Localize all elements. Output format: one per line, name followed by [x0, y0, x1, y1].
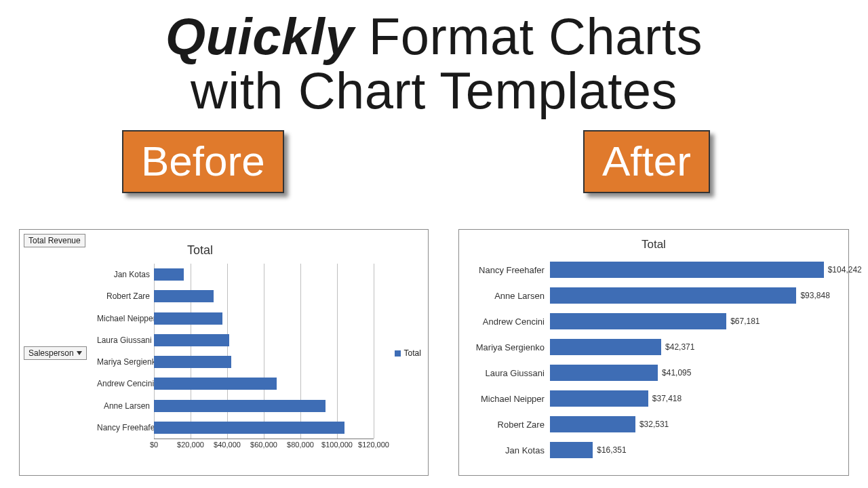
- data-label: $104,242: [828, 265, 862, 274]
- before-chart-legend: Total: [395, 348, 421, 358]
- before-x-axis: $0$20,000$40,000$60,000$80,000$100,000$1…: [154, 439, 374, 451]
- data-label: $67,181: [730, 317, 760, 326]
- x-tick-label: $60,000: [250, 441, 277, 449]
- after-chart-title: Total: [459, 230, 848, 251]
- x-tick-label: $20,000: [177, 441, 204, 449]
- bar-wrap: $93,848: [550, 287, 839, 304]
- gridline: [300, 264, 301, 439]
- bar: [550, 262, 824, 278]
- chart-row: Mariya Sergienko$42,371: [469, 334, 839, 360]
- bar: [154, 356, 231, 368]
- headline: Quickly Format Charts with Chart Templat…: [0, 0, 868, 118]
- bar: [154, 268, 184, 281]
- bar: [154, 422, 344, 434]
- bar: [154, 334, 229, 346]
- chart-row: Jan Kotas$16,351: [469, 437, 839, 463]
- y-tick-label: Anne Larsen: [97, 401, 150, 411]
- labels-row: Before After: [0, 130, 868, 211]
- category-label: Mariya Sergienko: [469, 342, 550, 352]
- bar-wrap: $41,095: [550, 365, 839, 381]
- bar-wrap: $16,351: [550, 442, 839, 458]
- category-label: Nancy Freehafer: [469, 265, 550, 275]
- gridline: [227, 264, 228, 439]
- category-label: Laura Giussani: [469, 368, 550, 378]
- bar: [550, 416, 635, 432]
- bar-wrap: $32,531: [550, 416, 839, 432]
- gridline: [337, 264, 338, 439]
- y-tick-label: Mariya Sergienko: [97, 357, 150, 367]
- x-tick-label: $40,000: [214, 441, 241, 449]
- chart-row: Andrew Cencini$67,181: [469, 308, 839, 334]
- data-label: $41,095: [662, 368, 691, 378]
- chart-row: Nancy Freehafer$104,242: [469, 257, 839, 283]
- headline-emph: Quickly: [165, 7, 354, 65]
- bar: [550, 365, 658, 381]
- bar: [550, 442, 593, 458]
- category-label: Jan Kotas: [469, 445, 550, 455]
- bar: [154, 378, 277, 390]
- category-label: Andrew Cencini: [469, 317, 550, 327]
- bar: [550, 287, 797, 304]
- badge-after: After: [583, 130, 710, 193]
- gridline: [264, 264, 264, 439]
- data-label: $32,531: [639, 420, 669, 429]
- chart-row: Michael Neipper$37,418: [469, 386, 839, 411]
- y-tick-label: Michael Neipper: [97, 314, 150, 323]
- data-label: $16,351: [597, 445, 626, 455]
- headline-rest-1: Format Charts: [354, 7, 703, 65]
- bar: [154, 290, 214, 302]
- bar-wrap: $67,181: [550, 313, 839, 329]
- headline-line-1: Quickly Format Charts: [0, 9, 868, 64]
- before-chart-panel: Total Revenue Salesperson Total Total Ja…: [19, 229, 429, 476]
- headline-line-2: with Chart Templates: [0, 64, 868, 118]
- y-tick-label: Jan Kotas: [97, 270, 150, 279]
- category-label: Robert Zare: [469, 420, 550, 430]
- before-chart-title: Total: [20, 243, 380, 258]
- x-tick-label: $0: [150, 441, 158, 449]
- after-chart-plot: Nancy Freehafer$104,242Anne Larsen$93,84…: [469, 257, 839, 466]
- bar-wrap: $104,242: [550, 262, 839, 278]
- x-tick-label: $100,000: [321, 441, 353, 449]
- y-tick-label: Nancy Freehafer: [97, 423, 150, 432]
- charts-row: Total Revenue Salesperson Total Total Ja…: [0, 229, 868, 476]
- after-chart-panel: Total Nancy Freehafer$104,242Anne Larsen…: [458, 229, 849, 476]
- before-y-axis-labels: Jan KotasRobert ZareMichael NeipperLaura…: [100, 264, 153, 439]
- before-chart-plot: Jan KotasRobert ZareMichael NeipperLaura…: [100, 264, 374, 451]
- bar: [550, 339, 661, 355]
- badge-before: Before: [122, 130, 284, 193]
- legend-label: Total: [404, 348, 421, 358]
- bar: [154, 400, 326, 412]
- bar: [550, 313, 726, 329]
- chart-row: Robert Zare$32,531: [469, 411, 839, 437]
- y-tick-label: Andrew Cencini: [97, 379, 150, 388]
- chart-row: Anne Larsen$93,848: [469, 283, 839, 308]
- x-tick-label: $80,000: [287, 441, 314, 449]
- chevron-down-icon: [77, 351, 82, 355]
- bar-wrap: $37,418: [550, 390, 839, 407]
- y-tick-label: Laura Giussani: [97, 336, 150, 345]
- bar: [550, 390, 648, 407]
- category-label: Anne Larsen: [469, 291, 550, 301]
- data-label: $37,418: [652, 394, 682, 403]
- bar-wrap: $42,371: [550, 339, 839, 355]
- gridline: [374, 264, 374, 439]
- bar: [154, 312, 222, 325]
- category-label: Michael Neipper: [469, 394, 550, 404]
- data-label: $93,848: [800, 291, 829, 300]
- pivot-field-label: Salesperson: [28, 348, 74, 358]
- pivot-field-salesperson[interactable]: Salesperson: [24, 346, 87, 360]
- legend-swatch-icon: [395, 350, 401, 357]
- data-label: $42,371: [665, 342, 694, 352]
- chart-row: Laura Giussani$41,095: [469, 360, 839, 386]
- y-tick-label: Robert Zare: [97, 291, 150, 301]
- x-tick-label: $120,000: [358, 441, 389, 449]
